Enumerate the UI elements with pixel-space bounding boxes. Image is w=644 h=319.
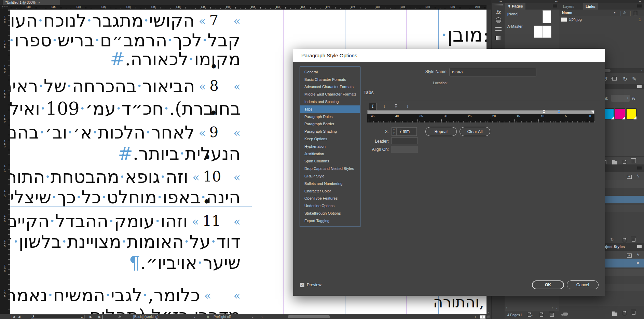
sidebar-item-paragraph-rules[interactable]: Paragraph Rules (300, 113, 360, 120)
swatch-cyan[interactable] (604, 108, 614, 119)
master-none-thumbnail[interactable] (543, 10, 551, 23)
text-line[interactable]: כלומר,·לגבי·המשיח·נאמר·הלשון«« (10, 285, 241, 305)
x-value-input[interactable]: 7 mm (397, 127, 417, 136)
links-name-column-header[interactable]: Name (562, 11, 572, 15)
gradient-icon[interactable] (492, 36, 505, 40)
sidebar-item-strikethrough-options[interactable]: Strikethrough Options (300, 209, 360, 217)
swatch-magenta[interactable] (615, 108, 625, 119)
close-icon[interactable]: × (38, 1, 40, 4)
sidebar-item-keep-options[interactable]: Keep Options (300, 135, 360, 143)
clear-all-button[interactable]: Clear All (460, 127, 490, 136)
sidebar-item-justification[interactable]: Justification (300, 150, 360, 158)
sidebar-item-hyphenation[interactable]: Hyphenation (300, 143, 360, 150)
chevron-down-icon[interactable]: ⌄ (251, 315, 254, 319)
cancel-button[interactable]: Cancel (567, 280, 599, 289)
horizontal-ruler[interactable]: 1101151201251301351401451501551601651701… (10, 5, 487, 10)
text-line[interactable]: וזהו·עומק·ההבדל·הקיים·בין·דוד«• 11« (10, 211, 241, 231)
relink-icon[interactable] (612, 76, 617, 82)
page-transition-icon[interactable]: ▾ (528, 313, 533, 317)
collapse-left-icon[interactable]: ◂◂ (499, 0, 502, 3)
trash-icon[interactable] (632, 158, 635, 164)
tab-align-left-button[interactable]: ↧ (369, 103, 376, 110)
scroll-down-icon[interactable]: ⌄ (487, 310, 490, 313)
horizontal-scrollbar-thumb[interactable] (288, 315, 330, 318)
trash-icon[interactable] (550, 312, 554, 317)
panel-grip[interactable] (494, 4, 503, 5)
scroll-right-icon[interactable]: › (475, 315, 476, 319)
dialog-title-bar[interactable]: Paragraph Style Options (293, 49, 605, 62)
sidebar-item-paragraph-border[interactable]: Paragraph Border (300, 120, 360, 128)
ruler-origin[interactable] (0, 5, 10, 10)
sidebar-item-basic-character-formats[interactable]: Basic Character Formats (300, 76, 360, 83)
new-group-folder-icon[interactable] (612, 311, 617, 317)
document-tab[interactable]: *Untitled-1 @ 300% × (3, 0, 60, 5)
trash-icon[interactable] (632, 237, 635, 243)
chevron-down-icon[interactable]: ▾ (614, 11, 616, 14)
page-number-field[interactable]: 3 ⌄ (31, 315, 85, 319)
workspace-dropdown[interactable]: [Basic] (working) (133, 315, 159, 319)
last-page-button[interactable]: ▶❘ (98, 315, 104, 319)
trash-icon[interactable] (632, 310, 635, 316)
sidebar-item-opentype-features[interactable]: OpenType Features (300, 195, 360, 202)
chevron-down-icon[interactable]: ⌄ (193, 315, 196, 319)
collapse-right-icon[interactable]: ▸▸ (555, 0, 558, 3)
sidebar-item-indents-and-spacing[interactable]: Indents and Spacing (300, 98, 360, 105)
create-style-icon[interactable]: + (627, 173, 632, 179)
scroll-right-icon[interactable]: › (552, 306, 553, 309)
scroll-down-icon[interactable]: ⌄ (556, 306, 558, 309)
new-page-icon[interactable] (540, 313, 543, 317)
sidebar-item-span-columns[interactable]: Span Columns (300, 158, 360, 165)
hebrew-text-column[interactable]: הקושי·מתגבר·לנוכח·העובדה·שא«• 7«קבל·לכך·… (10, 10, 241, 314)
stroke-icon[interactable] (492, 27, 505, 31)
swatch-yellow[interactable] (626, 108, 636, 119)
sidebar-item-drop-caps-and-nested-styles[interactable]: Drop Caps and Nested Styles (300, 165, 360, 172)
panel-menu-icon[interactable] (637, 167, 642, 170)
link-row[interactable]: רקע.jpg 1 (559, 16, 644, 23)
x-stepper[interactable]: ˄˅ (391, 127, 397, 136)
text-line[interactable]: שיער·אויביו״.¶ (10, 252, 241, 272)
grid-view-icon[interactable] (488, 316, 490, 318)
new-style-icon[interactable] (623, 310, 626, 317)
scroll-left-icon[interactable]: ‹ (506, 306, 507, 309)
tab-stop-marker-selected[interactable]: ↧ (557, 110, 561, 114)
text-line[interactable]: לאחר·הלכות·א׳·וב׳·בהם·נתבאר«• 9« (10, 122, 241, 142)
link-file-name[interactable]: רקע.jpg (569, 17, 582, 21)
preflight-label[interactable]: Preflight off (214, 315, 231, 319)
frame-edge-guide[interactable] (251, 10, 251, 314)
cc-libraries-icon[interactable] (563, 311, 568, 317)
right-column-heading[interactable]: ·מובן: (441, 23, 487, 46)
update-link-icon[interactable]: ↻ (623, 76, 627, 82)
previous-page-button[interactable]: ◀ (18, 315, 20, 319)
clear-overrides-x-icon[interactable]: × (636, 260, 639, 266)
panel-menu-icon[interactable] (553, 5, 557, 8)
panel-menu-icon[interactable] (637, 245, 642, 248)
text-line[interactable]: הקושי·מתגבר·לנוכח·העובדה·שא«• 7« (10, 10, 241, 30)
tab-align-center-button[interactable]: ↓ (381, 103, 388, 110)
clear-overrides-icon[interactable]: ¶⁄ (611, 237, 613, 242)
sidebar-item-character-color[interactable]: Character Color (300, 187, 360, 195)
collapse-right-icon[interactable]: ▸▸ (639, 0, 641, 3)
master-a-thumbnail[interactable] (534, 26, 551, 38)
column-guide[interactable] (284, 10, 284, 314)
preview-checkbox[interactable]: ✓ (300, 283, 304, 287)
indent-marker[interactable] (591, 111, 594, 114)
tab-align-decimal-button[interactable]: ↓̣ (404, 103, 411, 110)
sidebar-item-general[interactable]: General (300, 68, 360, 76)
sidebar-item-export-tagging[interactable]: Export Tagging (300, 217, 360, 224)
sidebar-item-advanced-character-formats[interactable]: Advanced Character Formats (300, 83, 360, 91)
text-line[interactable]: דוד·על·האומות·מצויינת·בלשון·״ (10, 231, 241, 251)
dialog-sidebar-list[interactable]: GeneralBasic Character FormatsAdvanced C… (300, 67, 360, 227)
right-column-text[interactable]: והתורה, (433, 293, 484, 311)
repeat-button[interactable]: Repeat (425, 127, 457, 136)
scroll-right-icon[interactable]: › (641, 69, 642, 72)
link-page-number[interactable]: 1 (639, 17, 641, 21)
sidebar-item-grep-style[interactable]: GREP Style (300, 172, 360, 180)
text-line[interactable]: קבל·לכך·הרמב״ם·בריש·ספרו·– (10, 30, 241, 50)
sidebar-item-bullets-and-numbering[interactable]: Bullets and Numbering (300, 180, 360, 187)
text-line[interactable]: מקומו·לכאורה.# (10, 49, 241, 69)
tab-pages[interactable]: ⇕ Pages (505, 3, 525, 10)
sidebar-item-paragraph-shading[interactable]: Paragraph Shading (300, 128, 360, 135)
style-name-input[interactable]: הערות (449, 68, 536, 76)
sidebar-item-underline-options[interactable]: Underline Options (300, 202, 360, 209)
tab-stop-marker[interactable]: ↧ (542, 110, 546, 114)
